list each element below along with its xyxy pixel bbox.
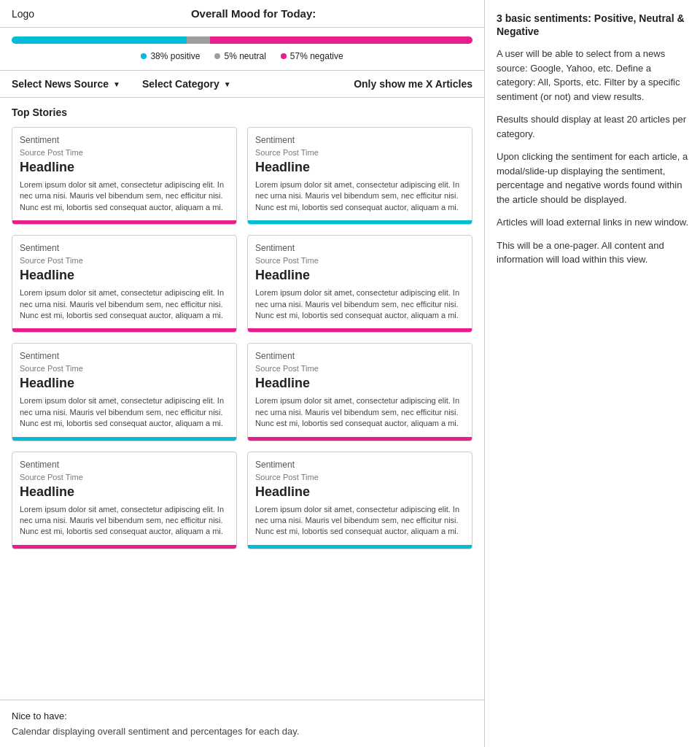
card-sentiment: Sentiment: [20, 460, 229, 470]
legend-negative: 57% negative: [281, 51, 343, 61]
sidebar-paragraph: A user will be able to select from a new…: [497, 47, 688, 104]
article-card[interactable]: Sentiment Source Post Time Headline Lore…: [12, 452, 237, 549]
card-meta: Source Post Time: [20, 256, 229, 265]
nice-to-have-label: Nice to have:: [12, 711, 472, 721]
card-sentiment: Sentiment: [255, 135, 464, 145]
card-headline: Headline: [255, 484, 464, 500]
news-source-label: Select News Source: [12, 78, 109, 90]
main-content: Logo Overall Mood for Today: 38% positiv…: [0, 0, 485, 747]
card-content: Sentiment Source Post Time Headline Lore…: [12, 452, 236, 545]
card-content: Sentiment Source Post Time Headline Lore…: [248, 344, 472, 436]
card-body: Lorem ipsum dolor sit amet, consectetur …: [20, 395, 229, 429]
mood-bar-neutral: [187, 36, 210, 44]
category-dropdown[interactable]: Select Category ▼: [142, 78, 231, 90]
articles-grid: Sentiment Source Post Time Headline Lore…: [12, 127, 472, 549]
legend-neutral: 5% neutral: [214, 51, 265, 61]
sidebar-paragraph: Results should display at least 20 artic…: [497, 112, 688, 141]
neutral-label: 5% neutral: [224, 51, 265, 61]
card-content: Sentiment Source Post Time Headline Lore…: [248, 128, 472, 220]
nice-to-have-text: Calendar displaying overall sentiment an…: [12, 726, 472, 737]
negative-label: 57% negative: [290, 51, 343, 61]
card-meta: Source Post Time: [255, 473, 464, 481]
card-content: Sentiment Source Post Time Headline Lore…: [12, 344, 236, 436]
card-sentiment: Sentiment: [20, 243, 229, 253]
filter-bar: Select News Source ▼ Select Category ▼ O…: [0, 71, 484, 98]
articles-filter-label[interactable]: Only show me X Articles: [354, 78, 472, 90]
negative-dot: [281, 53, 287, 59]
card-border-bottom: [248, 220, 472, 224]
card-body: Lorem ipsum dolor sit amet, consectetur …: [20, 504, 229, 538]
card-body: Lorem ipsum dolor sit amet, consectetur …: [255, 179, 464, 213]
legend-positive: 38% positive: [141, 51, 200, 61]
card-headline: Headline: [20, 484, 229, 500]
card-content: Sentiment Source Post Time Headline Lore…: [12, 128, 236, 220]
card-content: Sentiment Source Post Time Headline Lore…: [248, 236, 472, 328]
mood-legend: 38% positive 5% neutral 57% negative: [12, 51, 472, 61]
positive-dot: [141, 53, 147, 59]
card-headline: Headline: [20, 160, 229, 175]
card-headline: Headline: [20, 376, 229, 391]
card-sentiment: Sentiment: [20, 351, 229, 361]
card-body: Lorem ipsum dolor sit amet, consectetur …: [20, 287, 229, 321]
card-body: Lorem ipsum dolor sit amet, consectetur …: [255, 287, 464, 321]
card-headline: Headline: [255, 268, 464, 283]
card-content: Sentiment Source Post Time Headline Lore…: [248, 452, 472, 545]
logo: Logo: [12, 8, 34, 20]
overall-mood-label: Overall Mood for Today:: [34, 7, 472, 20]
card-headline: Headline: [255, 376, 464, 391]
sidebar-body: A user will be able to select from a new…: [497, 47, 688, 267]
card-meta: Source Post Time: [255, 364, 464, 373]
section-title: Top Stories: [12, 107, 472, 118]
mood-section: 38% positive 5% neutral 57% negative: [0, 28, 484, 71]
category-arrow-icon: ▼: [224, 80, 231, 88]
article-card[interactable]: Sentiment Source Post Time Headline Lore…: [247, 343, 472, 441]
card-headline: Headline: [255, 160, 464, 175]
news-source-dropdown[interactable]: Select News Source ▼: [12, 78, 120, 90]
card-border-bottom: [12, 328, 236, 332]
mood-bar-negative: [210, 36, 472, 44]
card-meta: Source Post Time: [20, 364, 229, 373]
card-border-bottom: [248, 328, 472, 332]
card-meta: Source Post Time: [20, 473, 229, 481]
card-sentiment: Sentiment: [255, 243, 464, 253]
card-border-bottom: [248, 545, 472, 549]
card-body: Lorem ipsum dolor sit amet, consectetur …: [20, 179, 229, 213]
mood-bar-positive: [12, 36, 187, 44]
stories-section: Top Stories Sentiment Source Post Time H…: [0, 98, 484, 700]
card-content: Sentiment Source Post Time Headline Lore…: [12, 236, 236, 328]
article-card[interactable]: Sentiment Source Post Time Headline Lore…: [247, 235, 472, 333]
sidebar: 3 basic sentiments: Positive, Neutral & …: [485, 0, 700, 747]
sidebar-paragraph: Articles will load external links in new…: [497, 215, 688, 230]
card-border-bottom: [12, 545, 236, 549]
article-card[interactable]: Sentiment Source Post Time Headline Lore…: [247, 452, 472, 549]
sidebar-paragraph: Upon clicking the sentiment for each art…: [497, 150, 688, 206]
card-sentiment: Sentiment: [255, 460, 464, 470]
card-sentiment: Sentiment: [255, 351, 464, 361]
article-card[interactable]: Sentiment Source Post Time Headline Lore…: [247, 127, 472, 225]
page-layout: Logo Overall Mood for Today: 38% positiv…: [0, 0, 700, 747]
positive-label: 38% positive: [150, 51, 200, 61]
article-card[interactable]: Sentiment Source Post Time Headline Lore…: [12, 235, 237, 333]
card-meta: Source Post Time: [255, 148, 464, 157]
card-body: Lorem ipsum dolor sit amet, consectetur …: [255, 395, 464, 429]
category-label: Select Category: [142, 78, 219, 90]
card-meta: Source Post Time: [20, 148, 229, 157]
sidebar-heading: 3 basic sentiments: Positive, Neutral & …: [497, 12, 688, 38]
card-border-bottom: [248, 437, 472, 441]
sidebar-paragraph: This will be a one-pager. All content an…: [497, 239, 688, 267]
article-card[interactable]: Sentiment Source Post Time Headline Lore…: [12, 343, 237, 441]
neutral-dot: [214, 53, 220, 59]
mood-bar: [12, 36, 472, 44]
news-source-arrow-icon: ▼: [113, 80, 120, 88]
footer: Nice to have: Calendar displaying overal…: [0, 700, 484, 747]
card-border-bottom: [12, 220, 236, 224]
header: Logo Overall Mood for Today:: [0, 0, 484, 28]
article-card[interactable]: Sentiment Source Post Time Headline Lore…: [12, 127, 237, 225]
card-meta: Source Post Time: [255, 256, 464, 265]
card-headline: Headline: [20, 268, 229, 283]
card-sentiment: Sentiment: [20, 135, 229, 145]
card-border-bottom: [12, 437, 236, 441]
card-body: Lorem ipsum dolor sit amet, consectetur …: [255, 504, 464, 538]
